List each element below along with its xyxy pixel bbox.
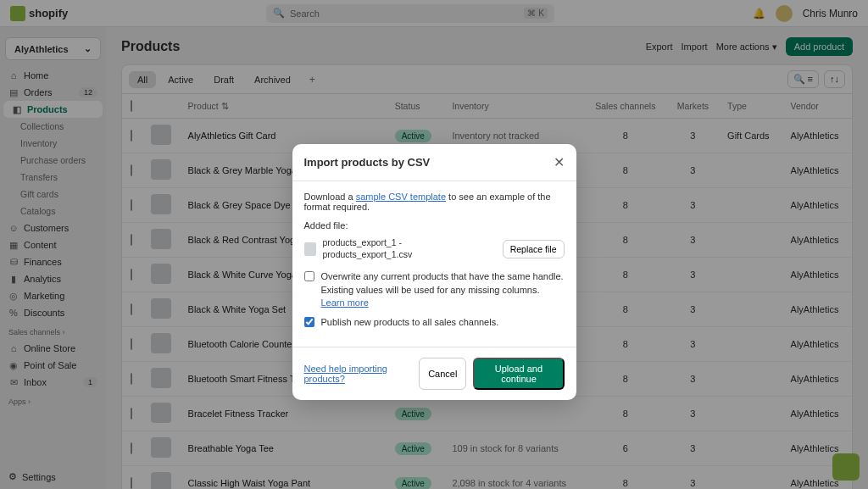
added-file-label: Added file:	[304, 220, 565, 231]
filename: products_export_1 - products_export_1.cs…	[323, 237, 442, 260]
publish-checkbox-row[interactable]: Publish new products to all sales channe…	[304, 316, 565, 329]
cancel-button[interactable]: Cancel	[419, 358, 466, 390]
learn-more-link[interactable]: Learn more	[321, 297, 369, 308]
help-link[interactable]: Need help importing products?	[304, 364, 420, 384]
close-icon[interactable]: ✕	[554, 154, 565, 170]
file-icon	[304, 242, 316, 256]
download-text: Download a sample CSV template to see an…	[304, 192, 565, 212]
overwrite-checkbox-row[interactable]: Overwrite any current products that have…	[304, 270, 565, 309]
publish-checkbox[interactable]	[304, 317, 314, 327]
upload-continue-button[interactable]: Upload and continue	[473, 358, 564, 390]
modal-overlay[interactable]: Import products by CSV ✕ Download a samp…	[0, 0, 868, 489]
modal-title: Import products by CSV	[304, 156, 431, 169]
import-csv-modal: Import products by CSV ✕ Download a samp…	[292, 144, 576, 400]
replace-file-button[interactable]: Replace file	[503, 240, 565, 258]
overwrite-checkbox[interactable]	[304, 271, 314, 281]
sample-csv-link[interactable]: sample CSV template	[356, 192, 446, 202]
